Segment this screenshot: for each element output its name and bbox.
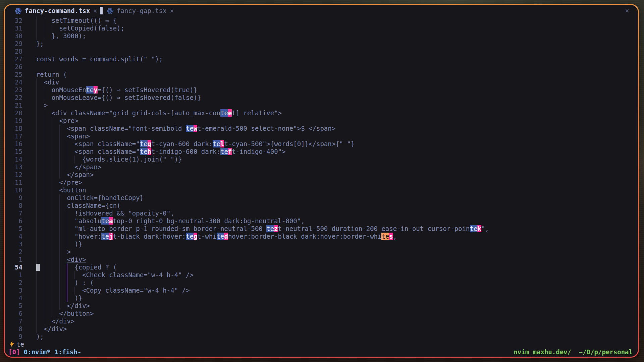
code-column: </pre> bbox=[36, 179, 638, 186]
code-line[interactable]: 4"hover:tejt-black dark:hover:tegt-white… bbox=[5, 233, 638, 240]
line-number: 14 bbox=[15, 156, 22, 163]
code-line[interactable]: 1<Check className="w-4 h-4" /> bbox=[5, 271, 638, 279]
code-column: )} bbox=[36, 240, 638, 248]
code-line[interactable]: 8</div> bbox=[5, 325, 638, 333]
tmux-window-nvim[interactable]: 0:nvim* bbox=[24, 348, 55, 356]
code-column: onMouseLeave={() ⇒ setIsHovered(false)} bbox=[36, 94, 638, 102]
line-text: <span className="teqt-cyan-600 dark:telt… bbox=[36, 140, 638, 148]
line-text: </div> bbox=[36, 325, 638, 333]
line-text: </span> bbox=[36, 163, 638, 171]
code-line[interactable]: 25return ( bbox=[5, 71, 638, 78]
line-number: 28 bbox=[15, 48, 22, 55]
code-line[interactable]: 22onMouseLeave={() ⇒ setIsHovered(false)… bbox=[5, 94, 638, 102]
code-column: ); bbox=[36, 333, 638, 340]
line-text: const words = command.split(" "); bbox=[36, 55, 638, 63]
code-line[interactable]: 21> bbox=[5, 102, 638, 109]
line-number: 24 bbox=[15, 78, 22, 86]
line-text: }; bbox=[36, 40, 638, 48]
line-text: "absoluteatop-0 right-0 bg-neutral-300 d… bbox=[36, 217, 638, 225]
line-number: 2 bbox=[15, 248, 22, 256]
line-text: <div> bbox=[36, 256, 638, 263]
code-line[interactable]: 7!isHovered && "opacity-0", bbox=[5, 209, 638, 217]
code-line[interactable]: 9onClick={handleCopy} bbox=[5, 194, 638, 202]
flash-search-prompt[interactable]: te bbox=[5, 340, 638, 348]
code-line[interactable]: 3<Copy className="w-4 h-4" /> bbox=[5, 287, 638, 294]
search-match: te bbox=[186, 125, 194, 132]
code-line[interactable]: 15<span className="teht-indigo-600 dark:… bbox=[5, 148, 638, 156]
code-line[interactable]: 23onMouseEntey={() ⇒ setIsHovered(true)} bbox=[5, 86, 638, 94]
code-line[interactable]: 13</span> bbox=[5, 163, 638, 171]
tabline: fancy-command.tsx × fancy-gap.tsx × × bbox=[5, 5, 638, 16]
line-text: )} bbox=[36, 294, 638, 302]
code-line[interactable]: 32setTimeout(() ⇒ { bbox=[5, 17, 638, 24]
line-number: 23 bbox=[15, 86, 22, 94]
code-column: "ml-auto border p-1 rounded-sm border-ne… bbox=[36, 225, 638, 233]
search-match: te bbox=[220, 109, 228, 117]
line-number: 20 bbox=[15, 109, 22, 117]
code-column: {words.slice(1).join(" ")} bbox=[36, 156, 638, 163]
code-line[interactable]: 11</pre> bbox=[5, 179, 638, 186]
code-line[interactable]: 10<button bbox=[5, 186, 638, 194]
line-number: 22 bbox=[15, 94, 22, 102]
line-text: setTimeout(() ⇒ { bbox=[36, 17, 638, 24]
tab-close-icon[interactable]: × bbox=[93, 7, 97, 14]
line-text: "ml-auto border p-1 rounded-sm border-ne… bbox=[36, 225, 638, 233]
code-line[interactable]: 27const words = command.split(" "); bbox=[5, 55, 638, 63]
code-line[interactable]: 6</button> bbox=[5, 310, 638, 317]
line-number: 25 bbox=[15, 71, 22, 78]
tab-fancy-command[interactable]: fancy-command.tsx × bbox=[15, 7, 97, 14]
code-line[interactable]: 14{words.slice(1).join(" ")} bbox=[5, 156, 638, 163]
current-line-number: 54 bbox=[15, 263, 22, 271]
code-line[interactable]: 30}, 3000); bbox=[5, 32, 638, 40]
window-close-icon[interactable]: × bbox=[625, 7, 629, 15]
tab-fancy-gap[interactable]: fancy-gap.tsx × bbox=[107, 7, 174, 14]
code-line[interactable]: 24<div bbox=[5, 78, 638, 86]
tab-close-icon[interactable]: × bbox=[170, 7, 174, 14]
code-column: > bbox=[36, 248, 638, 256]
code-line[interactable]: 7</div> bbox=[5, 317, 638, 325]
line-number: 17 bbox=[15, 132, 22, 140]
line-number: 5 bbox=[15, 302, 22, 310]
line-number: 1 bbox=[15, 271, 22, 279]
line-text: > bbox=[36, 248, 638, 256]
code-line[interactable]: 8className={cn( bbox=[5, 202, 638, 209]
code-column: setTimeout(() ⇒ { bbox=[36, 17, 638, 24]
code-column: )} bbox=[36, 294, 638, 302]
code-line[interactable]: 19<pre> bbox=[5, 117, 638, 125]
code-line[interactable]: 1<div> bbox=[5, 256, 638, 263]
code-line[interactable]: 9); bbox=[5, 333, 638, 340]
code-line[interactable]: 2> bbox=[5, 248, 638, 256]
code-column: "absoluteatop-0 right-0 bg-neutral-300 d… bbox=[36, 217, 638, 225]
code-line[interactable]: 16<span className="teqt-cyan-600 dark:te… bbox=[5, 140, 638, 148]
line-number: 1 bbox=[15, 256, 22, 263]
terminal-inner: fancy-command.tsx × fancy-gap.tsx × × 32… bbox=[5, 5, 638, 357]
code-line[interactable]: 31setCopied(false); bbox=[5, 24, 638, 32]
code-line[interactable]: 4)} bbox=[5, 294, 638, 302]
code-line[interactable]: 5</div> bbox=[5, 302, 638, 310]
line-text: </span> bbox=[36, 171, 638, 179]
code-line[interactable]: 2) : ( bbox=[5, 279, 638, 287]
tmux-status-bar: [0] 0:nvim* 1:fish- nvim maxhu.dev/ ~/D/… bbox=[5, 348, 638, 357]
code-line[interactable]: 12</span> bbox=[5, 171, 638, 179]
code-column: <button bbox=[36, 186, 638, 194]
jump-label: g bbox=[194, 233, 197, 240]
search-current-match: te bbox=[381, 233, 389, 240]
tmux-window-fish[interactable]: 1:fish- bbox=[54, 348, 81, 356]
jump-label: j bbox=[109, 233, 113, 240]
code-column: </button> bbox=[36, 310, 638, 317]
line-number: 15 bbox=[15, 148, 22, 156]
code-line[interactable]: 28 bbox=[5, 48, 638, 55]
code-line[interactable]: 17<span> bbox=[5, 132, 638, 140]
code-line[interactable]: 20<div className="grid grid-cols-[auto_m… bbox=[5, 109, 638, 117]
code-line[interactable]: 29}; bbox=[5, 40, 638, 48]
code-line[interactable]: 26 bbox=[5, 63, 638, 71]
code-line[interactable]: 54{copied ? ( bbox=[5, 263, 638, 271]
code-line[interactable]: 3)} bbox=[5, 240, 638, 248]
line-text: setCopied(false); bbox=[36, 24, 638, 32]
code-line[interactable]: 6"absoluteatop-0 right-0 bg-neutral-300 … bbox=[5, 217, 638, 225]
code-line[interactable]: 18<span className="font-semibold tewt-em… bbox=[5, 125, 638, 132]
code-line[interactable]: 5"ml-auto border p-1 rounded-sm border-n… bbox=[5, 225, 638, 233]
line-text: onMouseEntey={() ⇒ setIsHovered(true)} bbox=[36, 86, 638, 94]
line-number: 29 bbox=[15, 40, 22, 48]
line-number: 26 bbox=[15, 63, 22, 71]
